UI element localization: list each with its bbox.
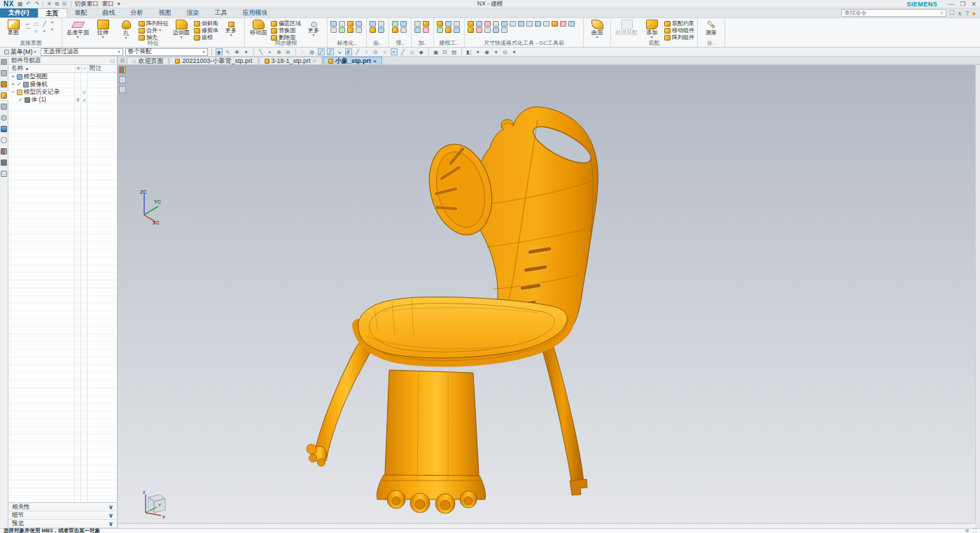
selection-scope-combo[interactable]: 整个装配▾: [125, 48, 208, 56]
unite-button[interactable]: 合并▾: [139, 27, 169, 34]
circle-icon[interactable]: ○: [34, 28, 42, 34]
machining-tool-icon[interactable]: [414, 27, 421, 33]
dropdown-icon[interactable]: ▾: [511, 48, 518, 55]
horizontal-scrollbar[interactable]: [118, 523, 975, 528]
line-icon[interactable]: ╱: [43, 21, 50, 27]
arc-icon[interactable]: ⌒: [26, 28, 34, 34]
gc-tool-icon[interactable]: [568, 21, 575, 27]
view-orient-icon[interactable]: ▤: [451, 48, 458, 55]
spring-tool-icon[interactable]: [392, 21, 398, 27]
end-point-icon[interactable]: ╱: [318, 48, 325, 55]
gc-tool-icon[interactable]: [476, 27, 482, 33]
tree-row-cameras[interactable]: + ✓ 摄像机: [8, 80, 117, 88]
tab-welcome[interactable]: ⌂ 欢迎页面: [127, 57, 169, 64]
dropdown-icon[interactable]: ▾: [51, 21, 59, 27]
gc-tool-icon[interactable]: [484, 21, 491, 27]
palette-icon[interactable]: [119, 66, 126, 73]
view-cube-triad[interactable]: Z X Y: [139, 489, 168, 518]
standardize-tool-icon[interactable]: [330, 21, 337, 27]
control-point-icon[interactable]: ↘: [336, 48, 343, 55]
gc-tool-icon[interactable]: [535, 21, 541, 27]
gear-tool-icon[interactable]: [378, 21, 384, 27]
standardize-tool-icon[interactable]: [339, 21, 345, 27]
tab-home[interactable]: 主页: [38, 8, 67, 17]
status-note-icon[interactable]: ≋: [965, 527, 969, 533]
feature-more-button[interactable]: 更多▾: [220, 20, 241, 37]
help-icon[interactable]: ?: [965, 10, 969, 17]
machining-tool-icon[interactable]: [423, 27, 429, 33]
gc-tool-icon[interactable]: [518, 21, 524, 27]
standardize-tool-icon[interactable]: [347, 27, 354, 33]
window-border2-icon[interactable]: [119, 86, 126, 93]
replace-face-button[interactable]: 替换面: [271, 27, 301, 34]
gear-tool-icon[interactable]: [370, 27, 376, 33]
existing-point-icon[interactable]: ⊙: [372, 48, 379, 55]
gc-tool-icon[interactable]: [501, 27, 507, 33]
dropdown-icon[interactable]: ▾: [51, 28, 59, 34]
navigator-column-headers[interactable]: 名称 ▲ ≋ ✓ 附注: [8, 65, 117, 73]
render-style-icon[interactable]: ◧: [465, 48, 472, 55]
trim-body-button[interactable]: 修剪体: [194, 27, 218, 34]
hole-button[interactable]: 孔▾: [115, 20, 136, 40]
move-component-button[interactable]: 移动组件: [664, 27, 694, 34]
vertical-scrollbar[interactable]: [975, 65, 980, 523]
machining-tool-icon[interactable]: [414, 21, 421, 27]
gc-tool-icon[interactable]: [493, 27, 499, 33]
rectangle-icon[interactable]: □: [34, 21, 42, 27]
command-search[interactable]: ⌕: [841, 9, 946, 17]
minimize-button[interactable]: —: [948, 1, 954, 8]
pattern-feature-button[interactable]: 阵列特征: [139, 20, 169, 27]
tab-part1[interactable]: 20221003-小靠背_stp.prt: [169, 57, 258, 64]
sync-more-button[interactable]: 更多▾: [303, 20, 324, 37]
gc-tool-icon[interactable]: [476, 21, 482, 27]
face-point-icon[interactable]: ◇: [409, 48, 416, 55]
assembly-navigator-icon[interactable]: [1, 59, 7, 65]
highlight-related-icon[interactable]: ◆: [216, 48, 223, 55]
view-ops-icon[interactable]: ▣: [433, 48, 440, 55]
menu-button[interactable]: 菜单(M)▾: [2, 48, 38, 57]
modeling-tool-icon[interactable]: [437, 27, 443, 33]
point-circle-icon[interactable]: ○: [382, 48, 388, 55]
point-icon[interactable]: +: [43, 28, 50, 34]
search-icon[interactable]: ⌕: [940, 9, 944, 17]
wireframe-icon[interactable]: ◎: [502, 48, 509, 55]
gc-tool-icon[interactable]: [468, 21, 474, 27]
snap-end-icon[interactable]: ╲: [258, 48, 265, 55]
profile-icon[interactable]: ⌐: [26, 21, 34, 27]
point-tool-icon[interactable]: ◌: [300, 48, 307, 55]
dropdown-icon[interactable]: ▾: [475, 48, 482, 55]
gc-tool-icon[interactable]: [543, 21, 550, 27]
restore-button[interactable]: ❐: [960, 1, 965, 8]
glasses-icon[interactable]: ∅: [119, 57, 126, 64]
chair-3d-model[interactable]: [118, 65, 980, 528]
gear-tool-icon[interactable]: [378, 27, 384, 33]
tab-render[interactable]: 渲染: [179, 8, 207, 17]
quadrant-icon[interactable]: ↑: [363, 48, 370, 55]
tab-curve[interactable]: 曲线: [95, 8, 123, 17]
spring-tool-icon[interactable]: [400, 27, 407, 33]
tab-assembly[interactable]: 装配: [67, 8, 95, 17]
window-border-icon[interactable]: [119, 76, 126, 83]
reuse-library-icon[interactable]: [1, 104, 7, 110]
section-details[interactable]: 细节 ∨: [8, 511, 117, 520]
modeling-tool-icon[interactable]: [437, 21, 443, 27]
spring-tool-icon[interactable]: [392, 27, 398, 33]
shaded-icon[interactable]: ◉: [484, 48, 491, 55]
intersection-icon[interactable]: ✗: [345, 48, 352, 55]
tab-view[interactable]: 视图: [151, 8, 179, 17]
modeling-tool-icon[interactable]: [454, 27, 460, 33]
graphics-viewport[interactable]: ZC YC XC Z X Y: [118, 65, 980, 528]
add-component-button[interactable]: 添加▾: [641, 20, 662, 39]
close-tab-icon[interactable]: ×: [373, 58, 377, 64]
edge-blend-button[interactable]: 边倒圆▾: [171, 20, 192, 39]
wave-assembly-button[interactable]: 处理装配: [614, 20, 639, 36]
system-scene-icon[interactable]: [1, 171, 7, 177]
machining-tool-icon[interactable]: [423, 21, 429, 27]
wcs-triad[interactable]: ZC YC XC: [137, 190, 168, 225]
tab-part2[interactable]: 3-18-1_stp.prt ○: [259, 57, 322, 64]
copy-icon[interactable]: ⧉: [55, 1, 59, 8]
bounded-point-icon[interactable]: ◆: [418, 48, 425, 55]
part-navigator-icon[interactable]: [1, 81, 7, 87]
select-tool-icon[interactable]: ↖: [225, 48, 232, 55]
fullscreen-icon[interactable]: ⛶: [950, 9, 954, 17]
